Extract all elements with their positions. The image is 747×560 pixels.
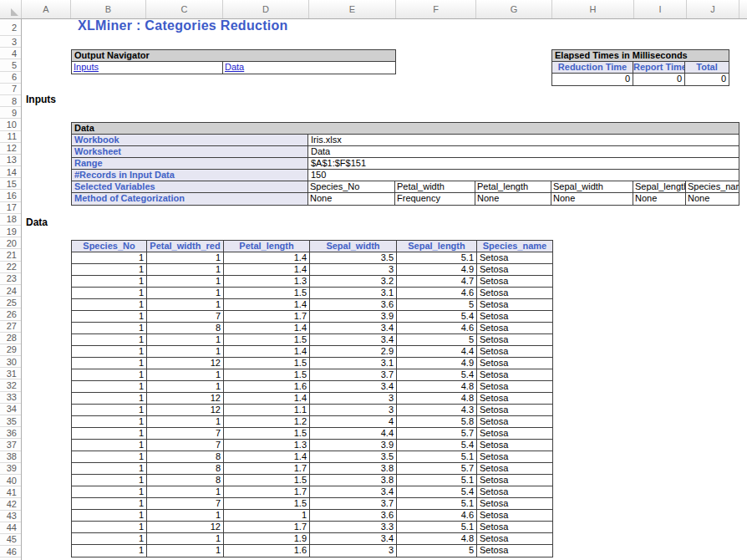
row-header[interactable]: 43 <box>0 511 21 522</box>
value-cell[interactable]: 1.5 <box>224 475 310 486</box>
row-header[interactable]: 33 <box>0 392 21 404</box>
data-column-header[interactable]: Species_No <box>72 241 147 252</box>
row-header[interactable]: 18 <box>0 214 21 226</box>
value-cell[interactable]: 1 <box>72 346 147 357</box>
value-cell[interactable]: 4.8 <box>397 533 477 544</box>
value-cell[interactable]: 5 <box>397 545 477 557</box>
value-cell[interactable]: 1.7 <box>224 522 310 532</box>
column-header[interactable]: I <box>634 0 687 18</box>
value-cell[interactable]: 1 <box>72 428 147 439</box>
value-cell[interactable]: 1.4 <box>224 299 310 310</box>
value-cell[interactable]: 3.8 <box>310 475 397 486</box>
value-cell[interactable]: 1 <box>147 369 224 380</box>
data-column-header[interactable]: Petal_width_red <box>147 241 224 252</box>
value-cell[interactable]: 4.6 <box>397 288 477 298</box>
column-header[interactable]: E <box>309 0 396 18</box>
row-header[interactable]: 4 <box>0 48 21 59</box>
row-header[interactable]: 40 <box>0 475 21 486</box>
elapsed-column-header[interactable]: Total <box>685 62 729 73</box>
species-name-cell[interactable]: Setosa <box>477 440 552 451</box>
value-cell[interactable]: 1.5 <box>224 288 310 298</box>
column-header[interactable]: B <box>71 0 146 18</box>
value-cell[interactable]: 3.1 <box>310 288 397 298</box>
value-cell[interactable]: 1.3 <box>224 440 310 451</box>
row-header[interactable]: 24 <box>0 285 21 297</box>
species-name-cell[interactable]: Setosa <box>477 334 552 345</box>
value-cell[interactable]: 12 <box>147 522 224 532</box>
row-header[interactable]: 35 <box>0 415 21 427</box>
column-header[interactable]: A <box>22 0 71 18</box>
value-cell[interactable]: 12 <box>147 358 224 369</box>
row-header[interactable]: 16 <box>0 190 21 201</box>
data-column-header[interactable]: Petal_length <box>224 241 310 252</box>
selected-variables-label-cell[interactable]: Selected Variables <box>72 181 308 192</box>
value-cell[interactable]: 4.9 <box>397 264 477 275</box>
column-header[interactable]: G <box>476 0 552 18</box>
method-cell[interactable]: None <box>308 193 395 205</box>
method-cell[interactable]: None <box>633 193 686 205</box>
elapsed-column-header[interactable]: Reduction Time <box>552 62 633 73</box>
value-cell[interactable]: 1 <box>147 381 224 392</box>
value-cell[interactable]: 3.6 <box>310 510 397 521</box>
value-cell[interactable]: 1 <box>147 545 224 557</box>
value-cell[interactable]: 3.4 <box>310 533 397 544</box>
value-cell[interactable]: 8 <box>147 475 224 486</box>
row-header[interactable]: 6 <box>0 72 21 84</box>
row-header[interactable]: 30 <box>0 356 21 368</box>
value-cell[interactable]: 4.8 <box>397 381 477 392</box>
row-header[interactable]: 19 <box>0 226 21 237</box>
value-cell[interactable]: 1.4 <box>224 264 310 275</box>
worksheet-label-cell[interactable]: Worksheet <box>72 146 308 157</box>
workbook-value-cell[interactable]: Iris.xlsx <box>308 135 739 145</box>
value-cell[interactable]: 4.6 <box>397 510 477 521</box>
species-name-cell[interactable]: Setosa <box>477 346 552 357</box>
worksheet-value-cell[interactable]: Data <box>308 146 739 157</box>
value-cell[interactable]: 1 <box>224 510 310 521</box>
row-header[interactable]: 31 <box>0 368 21 379</box>
species-name-cell[interactable]: Setosa <box>477 299 552 310</box>
value-cell[interactable]: 1 <box>72 334 147 345</box>
species-name-cell[interactable]: Setosa <box>477 486 552 497</box>
value-cell[interactable]: 1 <box>72 545 147 557</box>
value-cell[interactable]: 1 <box>72 498 147 509</box>
value-cell[interactable]: 1 <box>72 299 147 310</box>
value-cell[interactable]: 1.3 <box>224 276 310 287</box>
value-cell[interactable]: 3.9 <box>310 311 397 322</box>
row-header[interactable]: 22 <box>0 262 21 273</box>
value-cell[interactable]: 1.4 <box>224 451 310 462</box>
method-cell[interactable]: None <box>686 193 739 205</box>
range-label-cell[interactable]: Range <box>72 158 308 169</box>
value-cell[interactable]: 7 <box>147 428 224 439</box>
value-cell[interactable]: 1 <box>72 522 147 532</box>
value-cell[interactable]: 3.6 <box>310 299 397 310</box>
value-cell[interactable]: 1 <box>72 369 147 380</box>
row-header[interactable]: 46 <box>0 546 21 557</box>
value-cell[interactable]: 1 <box>72 264 147 275</box>
value-cell[interactable]: 1.4 <box>224 393 310 404</box>
value-cell[interactable]: 5.8 <box>397 416 477 427</box>
value-cell[interactable]: 5 <box>397 334 477 345</box>
value-cell[interactable]: 1 <box>147 276 224 287</box>
elapsed-value-cell[interactable]: 0 <box>685 74 729 85</box>
species-name-cell[interactable]: Setosa <box>477 276 552 287</box>
value-cell[interactable]: 3 <box>310 393 397 404</box>
column-header[interactable]: F <box>396 0 476 18</box>
value-cell[interactable]: 3.8 <box>310 463 397 474</box>
value-cell[interactable]: 5.1 <box>397 252 477 263</box>
value-cell[interactable]: 7 <box>147 498 224 509</box>
value-cell[interactable]: 1 <box>147 533 224 544</box>
species-name-cell[interactable]: Setosa <box>477 428 552 439</box>
row-header[interactable]: 2 <box>0 19 21 36</box>
method-label-cell[interactable]: Method of Categorization <box>72 193 308 205</box>
row-header[interactable]: 36 <box>0 427 21 439</box>
row-header[interactable]: 3 <box>0 36 21 48</box>
value-cell[interactable]: 5.7 <box>397 463 477 474</box>
value-cell[interactable]: 7 <box>147 440 224 451</box>
value-cell[interactable]: 3.7 <box>310 369 397 380</box>
value-cell[interactable]: 1 <box>72 463 147 474</box>
value-cell[interactable]: 12 <box>147 393 224 404</box>
row-header[interactable]: 44 <box>0 522 21 534</box>
value-cell[interactable]: 1.1 <box>224 405 310 415</box>
species-name-cell[interactable]: Setosa <box>477 311 552 322</box>
method-cell[interactable]: Frequency <box>395 193 475 205</box>
